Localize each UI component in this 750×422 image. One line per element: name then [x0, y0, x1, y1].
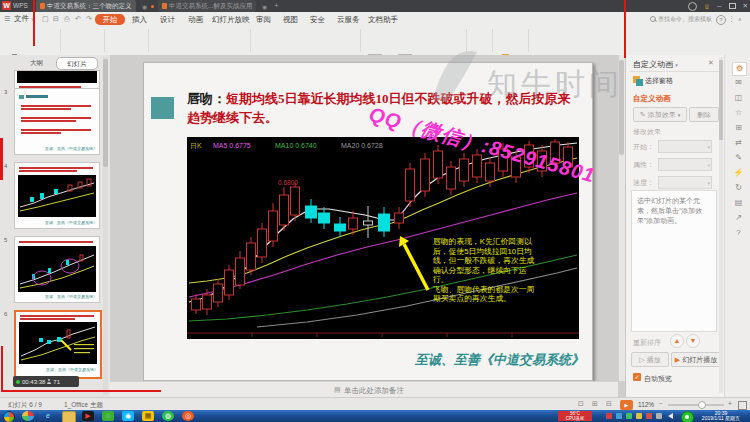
fit-screen-icon[interactable] [738, 401, 747, 410]
ribbon-tab-2[interactable]: 插入 [132, 14, 147, 25]
document-tab-active[interactable]: 中道交易系统：三个吻的定义 [36, 0, 136, 12]
tray-icon-blue[interactable] [616, 413, 622, 419]
qq-icon[interactable]: ◉ [122, 411, 134, 421]
app-icon-colorball[interactable] [22, 411, 34, 421]
app-icon-yellow[interactable]: ▦ [142, 411, 154, 421]
vip-crown-icon[interactable]: ♕ [704, 3, 710, 10]
menu-file[interactable]: 文件 [14, 12, 29, 26]
zoom-slider-knob[interactable] [698, 401, 706, 409]
more-icon[interactable]: ⋮ [728, 12, 735, 26]
save-icon[interactable]: ⊟ [53, 12, 59, 26]
slide-thumbnail-6-selected[interactable]: 至诚、至善《中道交易系统》 [14, 310, 102, 379]
tray-icon-gray[interactable] [656, 413, 662, 419]
maximize-button[interactable] [729, 3, 736, 9]
ribbon-tab-3[interactable]: 设计 [160, 14, 175, 25]
history-icon[interactable]: ↻ [732, 182, 745, 194]
redo-icon[interactable]: ↷ [86, 12, 92, 26]
ribbon-tab-5[interactable]: 幻灯片放映 [212, 14, 250, 25]
slide-thumbnail-5[interactable]: 至诚、至善《中道交易系统》 [14, 236, 100, 303]
add-effect-button[interactable]: ✎添加效果▾ [633, 107, 687, 122]
comment-icon[interactable]: ✉ [732, 77, 745, 89]
print-icon[interactable]: ⎙ [64, 12, 70, 26]
file-explorer-icon[interactable] [62, 411, 76, 422]
layout-icon[interactable]: ◫ [732, 92, 745, 104]
volume-icon[interactable] [668, 413, 673, 419]
minimize-button[interactable]: ─ [717, 0, 722, 12]
wechat-icon[interactable]: ◌ [102, 411, 114, 421]
ribbon-tab-9[interactable]: 云服务 [337, 14, 360, 25]
cpu-temp-badge[interactable]: 56°CCPU温度 [558, 411, 592, 421]
slide-footer-text[interactable]: 至诚、至善《中道交易系统》 [344, 351, 584, 369]
preview-eye-icon[interactable]: ◉ [262, 3, 267, 10]
ie-browser-icon[interactable]: e [42, 411, 54, 421]
normal-view-icon[interactable]: ⊡ [578, 400, 584, 408]
zoom-slider[interactable] [668, 404, 724, 406]
tab-outline[interactable]: 大纲 [30, 59, 43, 68]
ribbon-tab-8[interactable]: 安全 [310, 14, 325, 25]
taskbar-clock[interactable]: 20:392019/1/11 星期五 [697, 411, 745, 422]
slideshow-button[interactable]: ▶幻灯片播放 [671, 352, 721, 367]
ribbon-tab-4[interactable]: 动画 [188, 14, 203, 25]
star-icon[interactable]: ☆ [732, 107, 745, 119]
app-icon-green[interactable]: ◍ [162, 411, 174, 421]
title-bullet-rect[interactable] [151, 97, 174, 119]
close-button[interactable]: ✕ [743, 0, 748, 12]
tab-slides[interactable]: 幻灯片 [56, 57, 98, 70]
command-search-input[interactable]: 查找命令、搜索模板 [650, 14, 712, 24]
preview-eye-icon[interactable]: ◉ [142, 3, 147, 10]
video-player-icon[interactable]: ▶ [82, 411, 94, 421]
selection-pane-icon [633, 76, 643, 86]
ribbon-tab-1[interactable]: 开始 [95, 14, 125, 25]
animation-pane-icon[interactable]: ⚙ [732, 62, 747, 76]
zoom-out-button[interactable]: − [659, 400, 663, 407]
field-select[interactable]: ▾ [658, 158, 712, 171]
slide-counter: 幻灯片 6 / 9 [8, 401, 42, 410]
auto-preview-checkbox[interactable]: ✓ [633, 373, 641, 381]
edit-icon[interactable]: ✎ [732, 152, 745, 164]
share-arrow-icon[interactable]: ↗ [732, 212, 745, 224]
zoom-in-button[interactable]: + [728, 400, 732, 407]
start-button[interactable] [3, 411, 15, 422]
notes-bar[interactable]: ▤ 单击此处添加备注 [110, 381, 618, 398]
panel-close-icon[interactable]: ✕ [708, 59, 714, 67]
field-label: 速度： [633, 178, 654, 188]
tray-icon-green[interactable] [626, 413, 632, 419]
tray-icon-yellow[interactable] [636, 413, 642, 419]
reading-view-icon[interactable]: ⊟ [606, 400, 612, 408]
slide-thumbnail-3[interactable]: 至诚、至善《中道交易系统》 [14, 88, 100, 155]
play-button[interactable]: ▷播放 [631, 352, 669, 367]
undo-icon[interactable]: ↶ [75, 12, 81, 26]
tray-icon-red[interactable] [606, 413, 612, 419]
field-select[interactable]: ▾ [658, 140, 712, 153]
ribbon-tab-6[interactable]: 审阅 [256, 14, 271, 25]
reorder-down-button[interactable]: ▼ [686, 334, 700, 348]
ribbon-tab-7[interactable]: 视图 [283, 14, 298, 25]
slide-canvas[interactable]: 唇吻：短期均线5日靠近长期均线10日但不跌破或升破，然后按原来趋势继续下去。 日… [143, 62, 593, 381]
selection-pane-button[interactable]: 选择窗格 [633, 76, 673, 86]
new-tab-button[interactable]: + [274, 0, 279, 12]
swap-icon[interactable]: ⇄ [732, 137, 745, 149]
table-icon[interactable]: ⊞ [732, 122, 745, 134]
user-avatar-icon[interactable] [688, 2, 697, 11]
tray-green-app-icon[interactable] [681, 411, 694, 422]
document-tab-inactive[interactable]: 中道交易系统...解及实战应用 [158, 0, 256, 12]
help-icon[interactable]: ? [732, 227, 745, 239]
list-icon[interactable]: ▤ [732, 197, 745, 209]
slideshow-play-button[interactable]: ▶ [620, 400, 633, 410]
collapse-ribbon-icon[interactable]: ∧ [738, 12, 742, 26]
slide-thumbnail-4[interactable]: 至诚、至善《中道交易系统》 [14, 162, 100, 229]
app-icon-orange[interactable]: ◎ [182, 411, 194, 421]
ribbon-tab-10[interactable]: 文档助手 [368, 14, 398, 25]
hamburger-icon[interactable]: ☰ [4, 12, 10, 26]
delete-button[interactable]: 删除 [689, 107, 719, 122]
tray-icon-red2[interactable] [646, 413, 652, 419]
wps-logo[interactable]: W WPS [2, 1, 28, 10]
new-doc-icon[interactable]: ▢ [42, 12, 49, 26]
reorder-up-button[interactable]: ▲ [670, 334, 684, 348]
animation-list-box[interactable]: 选中幻灯片的某个元素，然后单击“添加效果”添加动画。 [631, 190, 717, 332]
document-icon [40, 3, 45, 9]
field-select[interactable]: ▾ [658, 176, 712, 189]
slide-sorter-icon[interactable]: ⊞ [592, 400, 598, 408]
help-icon[interactable]: ? [716, 15, 726, 25]
flash-icon[interactable]: ⚡ [732, 167, 745, 179]
